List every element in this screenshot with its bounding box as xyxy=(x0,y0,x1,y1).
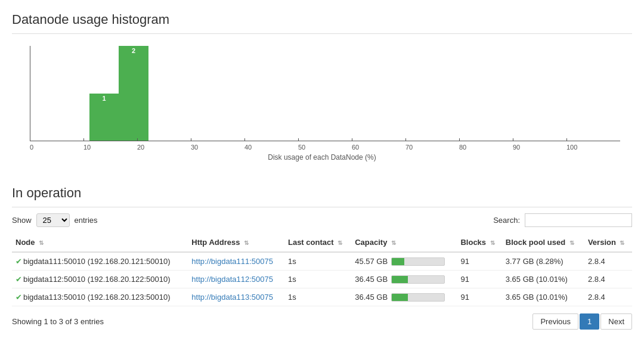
cell-version: 2.8.4 xyxy=(584,252,632,271)
check-icon: ✔ xyxy=(16,257,22,266)
section-title: In operation xyxy=(12,185,632,201)
cell-http: http://bigdata113:50075 xyxy=(188,288,284,306)
x-tick: 70 xyxy=(405,141,459,151)
table-row: ✔bigdata112:50010 (192.168.20.122:50010)… xyxy=(12,271,632,288)
capacity-bar-fill xyxy=(392,276,407,283)
col-http[interactable]: Http Address ⇅ xyxy=(188,233,284,252)
x-tick: 80 xyxy=(459,141,513,151)
datanode-table: Node ⇅ Http Address ⇅ Last contact ⇅ Cap… xyxy=(12,233,632,306)
bar-value-label: 2 xyxy=(132,46,135,54)
x-tick: 60 xyxy=(352,141,405,151)
histogram-divider xyxy=(12,33,632,34)
capacity-text: 36.45 GB xyxy=(355,293,388,302)
sort-icon-node: ⇅ xyxy=(39,240,44,246)
histogram-bar: 1 xyxy=(89,94,119,141)
col-capacity[interactable]: Capacity ⇅ xyxy=(351,233,457,252)
show-entries: Show 25 10 50 100 entries xyxy=(12,213,98,227)
cell-last-contact: 1s xyxy=(284,271,351,288)
x-tick: 100 xyxy=(566,141,620,151)
histogram-container: 12 0102030405060708090100 Disk usage of … xyxy=(12,40,632,173)
http-link[interactable]: http://bigdata112:50075 xyxy=(191,275,273,284)
cell-last-contact: 1s xyxy=(284,288,351,306)
cell-block-pool: 3.65 GB (10.01%) xyxy=(502,271,584,288)
histogram-title: Datanode usage histogram xyxy=(12,12,632,27)
histogram-bar: 2 xyxy=(119,46,148,141)
next-button[interactable]: Next xyxy=(600,313,632,330)
col-last-contact[interactable]: Last contact ⇅ xyxy=(284,233,351,252)
chart-area: 12 xyxy=(30,46,620,141)
col-blocks[interactable]: Blocks ⇅ xyxy=(457,233,501,252)
x-axis: 0102030405060708090100 xyxy=(30,141,620,151)
capacity-text: 45.57 GB xyxy=(355,257,388,266)
table-body: ✔bigdata111:50010 (192.168.20.121:50010)… xyxy=(12,252,632,306)
capacity-bar-container: 45.57 GB xyxy=(355,257,453,266)
capacity-text: 36.45 GB xyxy=(355,275,388,284)
cell-version: 2.8.4 xyxy=(584,271,632,288)
http-link[interactable]: http://bigdata111:50075 xyxy=(191,257,273,266)
search-input[interactable] xyxy=(525,213,632,227)
pagination: Previous 1 Next xyxy=(532,313,632,330)
sort-icon-blocks: ⇅ xyxy=(490,240,495,246)
check-icon: ✔ xyxy=(16,293,22,302)
show-label: Show xyxy=(12,216,32,225)
table-header: Node ⇅ Http Address ⇅ Last contact ⇅ Cap… xyxy=(12,233,632,252)
cell-blocks: 91 xyxy=(457,288,501,306)
table-footer: Showing 1 to 3 of 3 entries Previous 1 N… xyxy=(12,313,632,330)
sort-icon-capacity: ⇅ xyxy=(391,240,396,246)
x-tick: 40 xyxy=(244,141,298,151)
table-row: ✔bigdata111:50010 (192.168.20.121:50010)… xyxy=(12,252,632,271)
sort-icon-http: ⇅ xyxy=(244,240,249,246)
cell-last-contact: 1s xyxy=(284,252,351,271)
cell-node: ✔bigdata112:50010 (192.168.20.122:50010) xyxy=(12,271,188,288)
cell-blocks: 91 xyxy=(457,252,501,271)
search-box: Search: xyxy=(493,213,632,227)
previous-button[interactable]: Previous xyxy=(532,313,578,330)
cell-node: ✔bigdata113:50010 (192.168.20.123:50010) xyxy=(12,288,188,306)
col-version[interactable]: Version ⇅ xyxy=(584,233,632,252)
cell-block-pool: 3.65 GB (10.01%) xyxy=(502,288,584,306)
capacity-bar-bg xyxy=(391,293,445,302)
x-tick: 90 xyxy=(513,141,566,151)
capacity-bar-bg xyxy=(391,275,445,284)
cell-capacity: 45.57 GB xyxy=(351,252,457,271)
capacity-bar-fill xyxy=(392,294,407,301)
bar-value-label: 1 xyxy=(103,94,106,102)
cell-node: ✔bigdata111:50010 (192.168.20.121:50010) xyxy=(12,252,188,271)
capacity-bar-bg xyxy=(391,257,445,266)
table-row: ✔bigdata113:50010 (192.168.20.123:50010)… xyxy=(12,288,632,306)
x-tick: 30 xyxy=(191,141,244,151)
sort-icon-block-pool: ⇅ xyxy=(569,240,574,246)
cell-capacity: 36.45 GB xyxy=(351,288,457,306)
capacity-bar-container: 36.45 GB xyxy=(355,275,453,284)
col-block-pool[interactable]: Block pool used ⇅ xyxy=(502,233,584,252)
x-tick: 50 xyxy=(298,141,352,151)
cell-block-pool: 3.77 GB (8.28%) xyxy=(502,252,584,271)
showing-text: Showing 1 to 3 of 3 entries xyxy=(12,317,104,326)
page-1-button[interactable]: 1 xyxy=(580,313,599,330)
capacity-bar-container: 36.45 GB xyxy=(355,293,453,302)
x-tick: 20 xyxy=(137,141,191,151)
cell-http: http://bigdata112:50075 xyxy=(188,271,284,288)
cell-version: 2.8.4 xyxy=(584,288,632,306)
sort-icon-last-contact: ⇅ xyxy=(338,240,342,246)
capacity-bar-fill xyxy=(392,258,404,265)
cell-http: http://bigdata111:50075 xyxy=(188,252,284,271)
section-divider xyxy=(12,207,632,207)
http-link[interactable]: http://bigdata113:50075 xyxy=(191,293,273,302)
cell-capacity: 36.45 GB xyxy=(351,271,457,288)
check-icon: ✔ xyxy=(16,275,22,284)
table-controls: Show 25 10 50 100 entries Search: xyxy=(12,213,632,227)
search-label: Search: xyxy=(493,216,520,225)
col-node[interactable]: Node ⇅ xyxy=(12,233,188,252)
x-axis-label: Disk usage of each DataNode (%) xyxy=(12,153,632,162)
x-tick: 10 xyxy=(83,141,137,151)
sort-icon-version: ⇅ xyxy=(620,240,624,246)
cell-blocks: 91 xyxy=(457,271,501,288)
x-tick: 0 xyxy=(30,141,83,151)
entries-label: entries xyxy=(75,216,98,225)
entries-select[interactable]: 25 10 50 100 xyxy=(36,213,70,227)
